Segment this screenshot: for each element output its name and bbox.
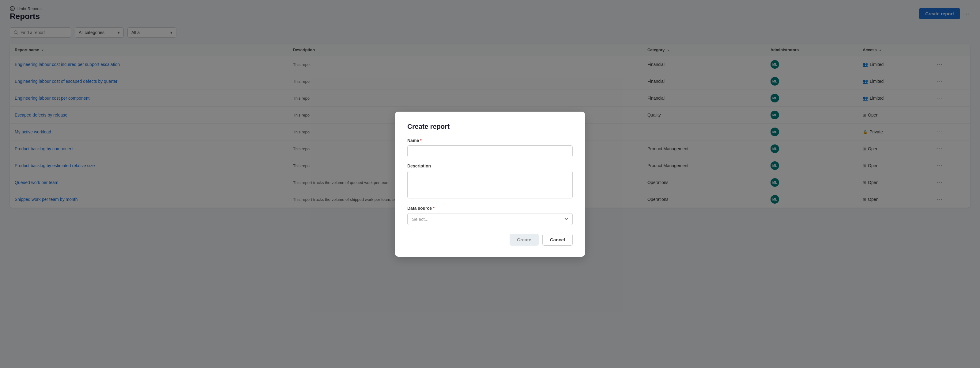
- data-source-required: *: [433, 206, 434, 211]
- name-label: Name *: [407, 138, 573, 143]
- report-name-input[interactable]: [407, 146, 573, 157]
- name-field-group: Name *: [407, 138, 573, 157]
- modal-actions: Create Cancel: [407, 234, 573, 246]
- create-report-modal: Create report Name * Description Data so…: [395, 112, 585, 257]
- modal-title: Create report: [407, 123, 573, 131]
- data-source-label: Data source *: [407, 206, 573, 211]
- modal-create-button[interactable]: Create: [510, 234, 539, 246]
- modal-cancel-button[interactable]: Cancel: [542, 234, 573, 246]
- modal-overlay: Create report Name * Description Data so…: [0, 0, 980, 368]
- description-label: Description: [407, 163, 573, 168]
- data-source-select[interactable]: Select...: [407, 213, 573, 225]
- description-field-group: Description: [407, 163, 573, 200]
- name-required: *: [420, 138, 422, 143]
- report-description-input[interactable]: [407, 171, 573, 198]
- data-source-field-group: Data source * Select...: [407, 206, 573, 225]
